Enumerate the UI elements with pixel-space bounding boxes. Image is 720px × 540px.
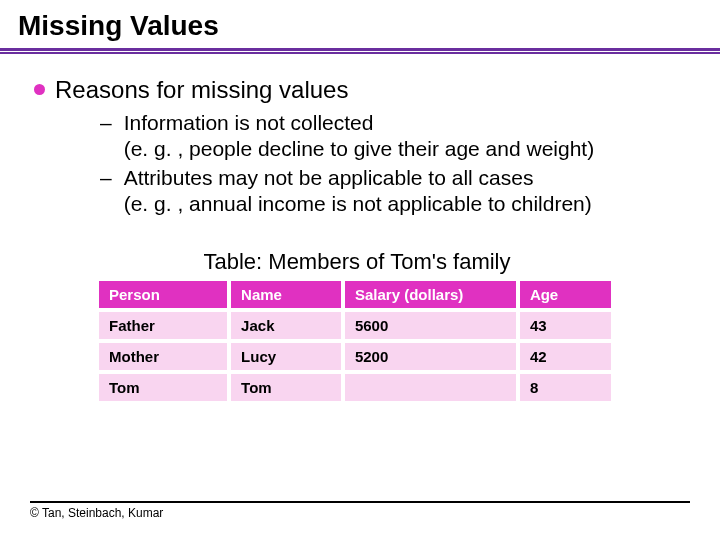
cell-name: Lucy: [229, 341, 343, 372]
family-table: Person Name Salary (dollars) Age Father …: [99, 277, 615, 405]
cell-age: 42: [518, 341, 613, 372]
cell-age: 43: [518, 310, 613, 341]
sub-bullet-text: Attributes may not be applicable to all …: [124, 165, 592, 218]
sub-bullet-text: Information is not collected (e. g. , pe…: [124, 110, 594, 163]
dash-icon: –: [100, 165, 112, 218]
slide: Missing Values Reasons for missing value…: [0, 0, 720, 540]
table-row: Mother Lucy 5200 42: [99, 341, 613, 372]
table-header-row: Person Name Salary (dollars) Age: [99, 279, 613, 310]
footer: © Tan, Steinbach, Kumar: [30, 501, 690, 520]
col-header-person: Person: [99, 279, 229, 310]
col-header-salary: Salary (dollars): [343, 279, 518, 310]
cell-person: Father: [99, 310, 229, 341]
cell-salary: [343, 372, 518, 403]
table-row: Tom Tom 8: [99, 372, 613, 403]
table-caption: Table: Members of Tom's family: [34, 249, 680, 275]
sub-bullet: – Information is not collected (e. g. , …: [100, 110, 680, 163]
table-row: Father Jack 5600 43: [99, 310, 613, 341]
main-bullet-text: Reasons for missing values: [55, 76, 348, 104]
cell-salary: 5600: [343, 310, 518, 341]
cell-age: 8: [518, 372, 613, 403]
sub-bullet: – Attributes may not be applicable to al…: [100, 165, 680, 218]
cell-salary: 5200: [343, 341, 518, 372]
sub-bullet-list: – Information is not collected (e. g. , …: [100, 110, 680, 217]
content-area: Reasons for missing values – Information…: [0, 76, 720, 405]
slide-title: Missing Values: [0, 0, 720, 48]
footer-credit: © Tan, Steinbach, Kumar: [30, 506, 163, 520]
cell-name: Jack: [229, 310, 343, 341]
cell-person: Tom: [99, 372, 229, 403]
col-header-age: Age: [518, 279, 613, 310]
title-divider: [0, 48, 720, 54]
dash-icon: –: [100, 110, 112, 163]
cell-name: Tom: [229, 372, 343, 403]
main-bullet: Reasons for missing values: [34, 76, 680, 104]
bullet-icon: [34, 84, 45, 95]
col-header-name: Name: [229, 279, 343, 310]
cell-person: Mother: [99, 341, 229, 372]
